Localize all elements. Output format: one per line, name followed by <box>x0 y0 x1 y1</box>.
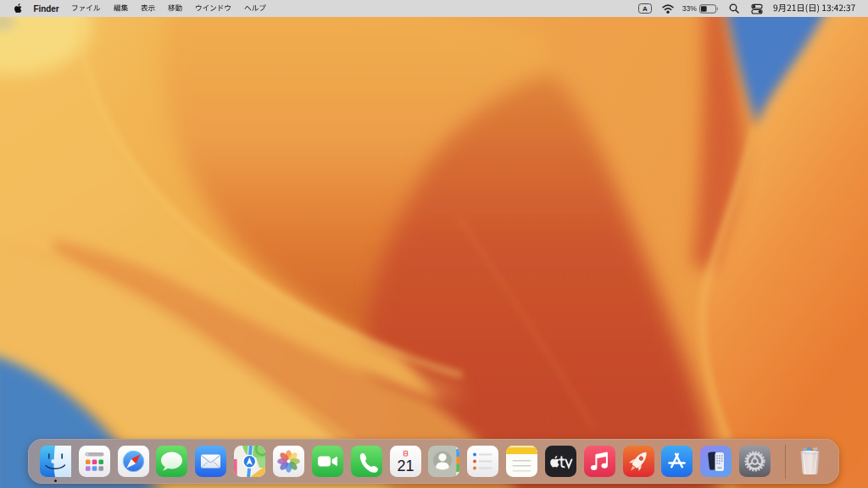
svg-text:21: 21 <box>397 458 414 474</box>
